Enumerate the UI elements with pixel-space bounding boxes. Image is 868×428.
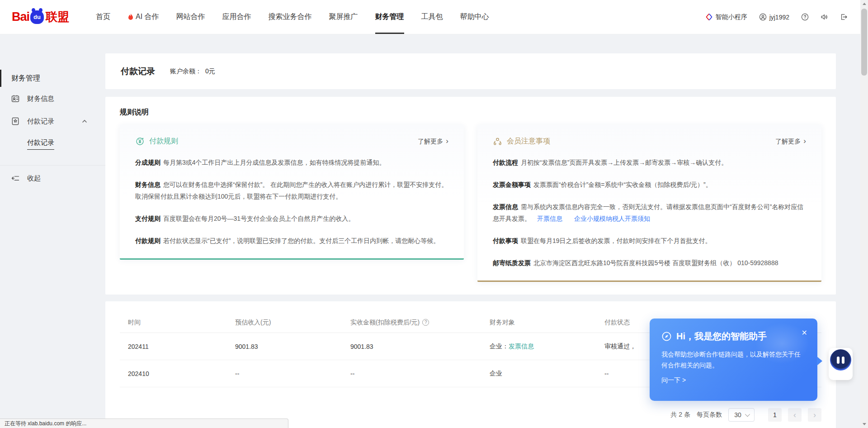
speaker-icon: [821, 13, 828, 21]
invoice-info-link[interactable]: 开票信息: [537, 215, 562, 222]
account-balance-value: 0元: [205, 67, 215, 75]
chevron-down-icon: [745, 412, 750, 417]
rule-item-invoice-amount: 发票金额事项发票票面“价税合计”金额=系统中“实收金额（扣除税费后/元）”。: [493, 179, 806, 190]
rule-item-payment-rule: 付款规则若付款状态显示“已支付”，说明联盟已安排了您的付款。支付后三个工作日内到…: [135, 235, 448, 247]
page-number-1[interactable]: 1: [768, 408, 782, 422]
logo-text-union: 联盟: [46, 9, 69, 25]
yuan-circle-icon: [135, 137, 145, 146]
sidebar-item-payment-records[interactable]: 付款记录: [0, 110, 105, 133]
cell-estimated: 9001.83: [227, 343, 342, 350]
per-page-select[interactable]: 30: [728, 408, 755, 422]
cell-finance-object: 企业: [481, 370, 596, 378]
help-icon[interactable]: ?: [422, 319, 429, 326]
rule-item-share-rule: 分成规则每月第3或4个工作日产出上月分成信息及发票信息，如有特殊情况将提前通知。: [135, 157, 448, 168]
chevron-up-icon: [82, 119, 87, 124]
sidebar-subitem-payment-records[interactable]: 付款记录: [0, 133, 105, 155]
collapse-arrow-icon: [11, 174, 20, 183]
browser-status-bar: 正在等待 xlab.baidu.com 的响应...: [0, 418, 288, 428]
col-header-estimated-income: 预估收入(元): [227, 319, 342, 327]
compass-icon: [661, 331, 672, 342]
close-icon[interactable]: ✕: [802, 328, 807, 337]
rule-item-mail-invoice: 邮寄纸质发票北京市海淀区西北旺东路10号院百度科技园5号楼 百度联盟财务组（收）…: [493, 257, 806, 269]
cell-received: --: [342, 370, 481, 377]
pagination-per-page-label: 每页条数: [697, 411, 722, 419]
payment-rules-card: 付款规则 了解更多 分成规则每月第3或4个工作日产出上月分成信息及发票信息，如有…: [120, 125, 464, 260]
page-header-card: 付款记录 账户余额：0元: [105, 53, 836, 89]
main-nav: 首页 AI 合作 网站合作 应用合作 搜索业务合作 聚屏推广 财务管理 工具包 …: [87, 0, 498, 34]
col-header-time: 时间: [120, 319, 227, 327]
baidu-paw-icon: du: [30, 10, 44, 24]
baidu-union-logo[interactable]: Bai du 联盟: [12, 9, 69, 25]
col-header-received-amount: 实收金额(扣除税费后/元)?: [342, 319, 481, 327]
col-header-finance-object: 财务对象: [481, 319, 596, 327]
pagination-total: 共 2 条: [670, 411, 690, 419]
next-page-button[interactable]: [808, 408, 821, 422]
cell-estimated: --: [227, 370, 342, 377]
question-circle-icon: [801, 13, 809, 21]
flame-icon: [127, 14, 134, 21]
logout-button[interactable]: [840, 13, 848, 21]
sidebar-item-finance-info[interactable]: 财务信息: [0, 87, 105, 110]
cell-time: 202410: [120, 370, 227, 377]
smart-miniapp-entry[interactable]: 智能小程序: [705, 13, 747, 21]
scroll-down-arrow[interactable]: [860, 420, 868, 428]
help-button[interactable]: [801, 13, 809, 21]
page-title: 付款记录: [121, 66, 155, 77]
prev-page-button[interactable]: [788, 408, 802, 422]
account-balance: 账户余额：0元: [170, 67, 215, 76]
rule-item-invoice-info: 发票信息需与系统内发票信息内容完全一致，否则无法支付。请根据发票信息页面中“百度…: [493, 201, 806, 224]
sidebar: 财务管理 财务信息 付款记录 付款记录 收起: [0, 34, 105, 428]
logo-text-bai: Bai: [12, 10, 29, 24]
cell-time: 202411: [120, 343, 227, 350]
cell-finance-object: 企业：发票信息: [481, 342, 596, 351]
user-account[interactable]: jyj1992: [759, 13, 789, 21]
user-icon: [759, 13, 767, 21]
nav-item-help-center[interactable]: 帮助中心: [460, 0, 489, 34]
assistant-message: 我会帮助您诊断合作链路问题，以及解答您关于任何合作相关的问题。: [661, 349, 806, 371]
nav-item-search-cooperation[interactable]: 搜索业务合作: [269, 0, 312, 34]
page-scrollbar[interactable]: [860, 0, 868, 428]
rule-item-pay-rule: 支付规则百度联盟会在每月20号—31号支付企业会员上个自然月产生的收入。: [135, 213, 448, 224]
member-notes-title: 会员注意事项: [507, 137, 550, 146]
assistant-popup: Hi，我是您的智能助手 ✕ 我会帮助您诊断合作链路问题，以及解答您关于任何合作相…: [650, 319, 817, 401]
header-right-cluster: 智能小程序 jyj1992: [705, 13, 848, 21]
nav-item-app-cooperation[interactable]: 应用合作: [222, 0, 251, 34]
top-header: Bai du 联盟 首页 AI 合作 网站合作 应用合作 搜索业务合作 聚屏推广…: [0, 0, 860, 34]
ask-now-link[interactable]: 问一下 >: [661, 376, 686, 385]
nav-item-website-cooperation[interactable]: 网站合作: [176, 0, 205, 34]
sidebar-section-finance-management: 财务管理: [0, 69, 105, 87]
sound-button[interactable]: [821, 13, 828, 21]
sidebar-collapse-button[interactable]: 收起: [0, 166, 105, 191]
nav-item-finance-management[interactable]: 财务管理: [375, 0, 404, 34]
robot-icon: [830, 349, 851, 371]
assistant-launcher[interactable]: [829, 348, 853, 380]
member-notes-more-link[interactable]: 了解更多: [775, 137, 806, 146]
id-card-icon: [11, 94, 20, 103]
rule-item-finance-info: 财务信息您可以在财务信息中选择“保留付款”。 在此期间您产生的收入将在账户内进行…: [135, 179, 448, 202]
badge-star-icon: [11, 117, 20, 126]
miniapp-diamond-icon: [705, 13, 713, 21]
nav-item-home[interactable]: 首页: [96, 0, 110, 34]
nav-item-ai-cooperation[interactable]: AI 合作: [127, 0, 159, 34]
group-icon: [493, 137, 502, 146]
cell-received: 9001.83: [342, 343, 481, 350]
invoice-detail-link[interactable]: 发票信息: [509, 342, 534, 350]
assistant-title: Hi，我是您的智能助手: [676, 330, 767, 342]
logout-icon: [840, 13, 848, 21]
rules-section-title: 规则说明: [120, 108, 821, 117]
nav-item-toolkit[interactable]: 工具包: [421, 0, 443, 34]
rules-card: 规则说明 付款规则 了解更多 分成规则每月第3或4个工作日产出上月分成信息及发票…: [105, 97, 836, 295]
scroll-up-arrow[interactable]: [860, 0, 868, 8]
nav-item-screen-promotion[interactable]: 聚屏推广: [329, 0, 358, 34]
rule-item-payment-flow: 付款流程月初按“发票信息”页面开具发票→上传发票→邮寄发票→审核→确认支付。: [493, 157, 806, 168]
rule-item-payment-notes: 付款事项联盟在每月19日之后签收的发票，付款时间安排在下个月首批支付。: [493, 235, 806, 247]
small-taxpayer-guide-link[interactable]: 企业小规模纳税人开票须知: [574, 215, 650, 222]
scrollbar-thumb[interactable]: [861, 9, 867, 76]
payment-rules-title: 付款规则: [149, 137, 178, 146]
payment-rules-more-link[interactable]: 了解更多: [418, 137, 448, 146]
member-notes-card: 会员注意事项 了解更多 付款流程月初按“发票信息”页面开具发票→上传发票→邮寄发…: [477, 125, 821, 282]
